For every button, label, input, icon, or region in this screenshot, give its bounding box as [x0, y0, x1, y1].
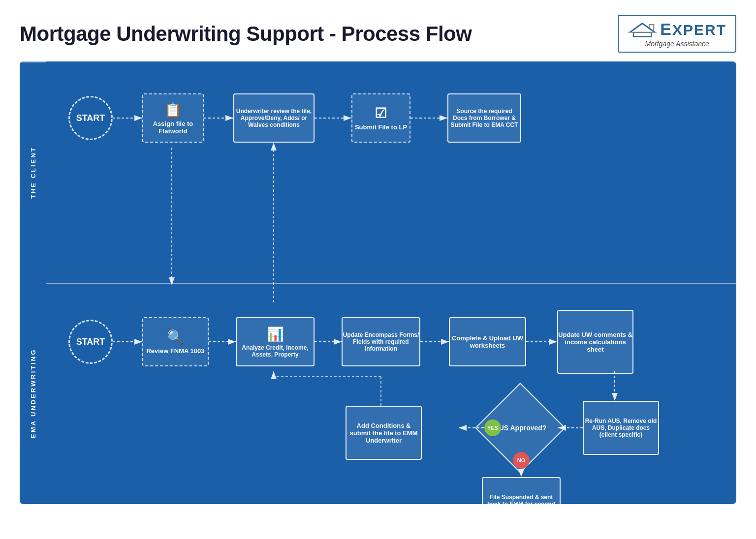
yes-badge: YES — [484, 419, 501, 436]
uw-review-label: Underwriter review the file, Approve/Den… — [234, 108, 314, 128]
no-label: NO — [517, 457, 526, 463]
logo-top: EXPERT — [628, 20, 726, 39]
page-wrapper: Mortgage Underwriting Support - Process … — [0, 0, 756, 539]
rerun-aus-node: Re-Run AUS, Remove old AUS, Duplicate do… — [583, 401, 659, 455]
submit-file-label: Submit File to LP — [355, 123, 407, 131]
rerun-aus-label: Re-Run AUS, Remove old AUS, Duplicate do… — [584, 418, 658, 438]
yes-label: YES — [487, 425, 498, 431]
source-docs-node: Source the required Docs from Borrower &… — [447, 93, 521, 143]
header: Mortgage Underwriting Support - Process … — [20, 15, 736, 53]
logo-house-icon — [628, 22, 657, 37]
review-fnma-node: 🔍 Review FNMA 1003 — [142, 317, 209, 366]
assign-file-icon: 📋 — [143, 102, 203, 118]
diagram-area: THE CLIENT EMA UNDERWRITING — [20, 61, 736, 504]
review-fnma-icon: 🔍 — [146, 329, 204, 345]
logo-box: EXPERT Mortgage Assistance — [618, 15, 736, 53]
source-docs-label: Source the required Docs from Borrower &… — [448, 108, 520, 128]
ema-label: EMA UNDERWRITING — [20, 283, 46, 504]
add-conditions-label: Add Conditions & submit the file to EMM … — [346, 422, 421, 444]
logo-text: EXPERT — [660, 20, 726, 39]
add-conditions-node: Add Conditions & submit the file to EMM … — [346, 406, 422, 460]
analyze-label: Analyze Credit, Income, Assets, Property — [242, 344, 308, 358]
side-labels: THE CLIENT EMA UNDERWRITING — [20, 61, 46, 504]
analyze-icon: 📊 — [237, 326, 314, 342]
update-encompass-node: Update Encompass Forms/ Fields with requ… — [342, 317, 420, 366]
client-label: THE CLIENT — [20, 61, 46, 283]
client-start-label: START — [76, 113, 105, 123]
update-uw-node: Update UW comments & income calculations… — [557, 310, 633, 374]
complete-uw-node: Complete & Upload UW worksheets — [449, 317, 526, 366]
page-title: Mortgage Underwriting Support - Process … — [20, 22, 472, 46]
review-fnma-label: Review FNMA 1003 — [146, 347, 204, 355]
file-suspended-label: File Suspended & sent back to EMM for se… — [483, 494, 560, 504]
assign-file-label: Assign file to Flatworld — [153, 120, 193, 135]
flow-area: START 📋 Assign file to Flatworld Underwr… — [46, 61, 736, 504]
svg-rect-0 — [633, 32, 651, 36]
ema-start-node: START — [68, 320, 113, 364]
logo-subtitle: Mortgage Assistance — [645, 40, 709, 48]
client-start-node: START — [68, 96, 113, 140]
ema-start-label: START — [76, 337, 105, 347]
submit-file-node: ☑ Submit File to LP — [351, 93, 410, 143]
analyze-node: 📊 Analyze Credit, Income, Assets, Proper… — [236, 317, 315, 366]
no-badge: NO — [513, 452, 530, 469]
update-encompass-label: Update Encompass Forms/ Fields with requ… — [343, 331, 419, 352]
complete-uw-label: Complete & Upload UW worksheets — [450, 334, 525, 349]
row-divider — [46, 283, 736, 284]
assign-file-node: 📋 Assign file to Flatworld — [142, 93, 204, 143]
update-uw-label: Update UW comments & income calculations… — [558, 331, 632, 353]
submit-file-icon: ☑ — [355, 105, 407, 121]
file-suspended-node: File Suspended & sent back to EMM for se… — [482, 477, 561, 504]
uw-review-node: Underwriter review the file, Approve/Den… — [233, 93, 315, 143]
